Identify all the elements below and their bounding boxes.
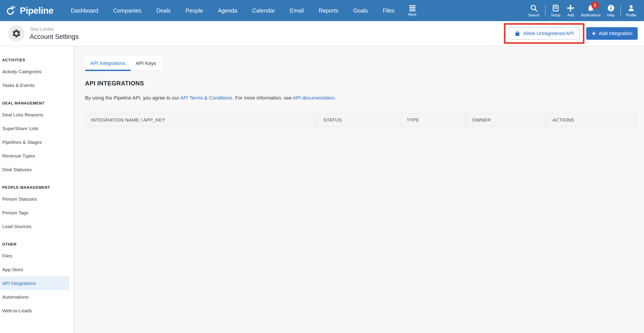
table-header-cell-integration-name-app-key: INTEGRATION NAME / APP_KEY (85, 113, 316, 127)
sidebar-item-pipelines-stages[interactable]: Pipelines & Stages (0, 135, 69, 149)
intro-text-3: . (334, 95, 336, 101)
nav-item-email[interactable]: Email (282, 0, 312, 21)
sidebar-item-activity-categories[interactable]: Activity Categories (0, 65, 69, 78)
sidebar: ACTIVITIESActivity CategoriesTasks & Eve… (0, 46, 74, 333)
pipeline-app: Pipeline DashboardCompaniesDealsPeopleAg… (0, 0, 644, 333)
account-context: Test Lenka (30, 26, 79, 32)
brand-logo[interactable]: Pipeline (0, 5, 53, 16)
sidebar-item-supershare-lists[interactable]: SuperShare Lists (0, 122, 69, 135)
api-documentation-link[interactable]: API documentation (293, 95, 334, 101)
allow-unregistered-api-button[interactable]: Allow Unregistered API (509, 27, 580, 40)
header-titles: Test Lenka Account Settings (30, 26, 79, 40)
table-header-cell-actions: ACTIONS (547, 113, 637, 127)
nav-item-companies[interactable]: Companies (106, 0, 149, 21)
nav-item-more[interactable]: More (402, 5, 423, 16)
allow-button-label: Allow Unregistered API (523, 30, 574, 36)
page-title: Account Settings (30, 33, 79, 40)
table-header-cell-status: STATUS (318, 113, 400, 127)
add-label: Add (567, 13, 574, 17)
header-actions: Allow Unregistered API + Add Integration (504, 23, 638, 44)
sidebar-section-title: OTHER (2, 242, 74, 247)
sidebar-item-revenue-types[interactable]: Revenue Types (0, 149, 69, 163)
sidebar-item-app-store[interactable]: App Store (0, 263, 69, 276)
tab-api-keys[interactable]: API Keys (131, 56, 161, 70)
nav-divider (545, 5, 546, 16)
search-button[interactable]: Search (525, 4, 543, 17)
more-menu-icon (409, 5, 416, 12)
notifications-button[interactable]: 1 Notifications (578, 4, 604, 17)
setup-book-icon (552, 4, 560, 12)
notifications-label: Notifications (581, 13, 600, 17)
sidebar-item-deal-statuses[interactable]: Deal Statuses (0, 163, 69, 176)
intro-text-1: By using the Pipeline API, you agree to … (85, 95, 180, 101)
nav-item-files[interactable]: Files (375, 0, 402, 21)
profile-button[interactable]: Profile (623, 4, 640, 17)
sidebar-item-web-to-leads[interactable]: Web-to-Leads (0, 304, 69, 318)
sidebar-item-lead-sources[interactable]: Lead Sources (0, 220, 69, 233)
add-integration-button[interactable]: + Add Integration (586, 27, 638, 40)
intro-text-2: . For more information, see (232, 95, 293, 101)
setup-button[interactable]: Setup (548, 4, 564, 17)
sidebar-section-title: ACTIVITIES (2, 58, 74, 62)
nav-item-people[interactable]: People (178, 0, 210, 21)
page-section-heading: API INTEGRATIONS (85, 80, 638, 87)
nav-item-deals[interactable]: Deals (149, 0, 178, 21)
sidebar-section-title: DEAL MANAGEMENT (2, 101, 74, 106)
help-button[interactable]: Help (604, 4, 618, 17)
brand-name: Pipeline (20, 5, 53, 16)
profile-label: Profile (626, 13, 636, 17)
lock-icon (514, 30, 520, 36)
gear-icon (12, 28, 21, 38)
sidebar-item-api-integrations[interactable]: API Integrations (0, 276, 69, 290)
sidebar-item-deal-loss-reasons[interactable]: Deal Loss Reasons (0, 108, 69, 122)
api-terms-link[interactable]: API Terms & Conditions (180, 95, 232, 101)
search-icon (530, 4, 538, 12)
sidebar-item-files[interactable]: Files (0, 249, 69, 263)
add-button[interactable]: Add (563, 4, 578, 17)
page-header: Test Lenka Account Settings Allow Unregi… (0, 21, 644, 46)
table-header-cell-owner: OWNER (466, 113, 546, 127)
notification-badge: 1 (591, 1, 599, 9)
more-label: More (408, 13, 416, 16)
sidebar-section-other: OTHERFilesApp StoreAPI IntegrationsAutom… (0, 242, 74, 318)
api-terms-text: By using the Pipeline API, you agree to … (85, 95, 638, 101)
plus-icon: + (592, 30, 596, 37)
nav-item-reports[interactable]: Reports (311, 0, 346, 21)
profile-icon (627, 4, 635, 12)
nav-divider (620, 5, 621, 16)
plus-icon (566, 4, 574, 12)
add-integration-label: Add Integration (599, 30, 632, 36)
tabs: API IntegrationsAPI Keys (85, 56, 161, 71)
content-area: ACTIVITIESActivity CategoriesTasks & Eve… (0, 46, 644, 333)
setup-label: Setup (551, 13, 560, 17)
nav-item-calendar[interactable]: Calendar (245, 0, 282, 21)
avatar (8, 25, 25, 42)
table-header-cell-type: TYPE (401, 113, 466, 127)
help-icon (607, 4, 615, 12)
top-nav: Pipeline DashboardCompaniesDealsPeopleAg… (0, 0, 644, 21)
table-header-row: INTEGRATION NAME / APP_KEYSTATUSTYPEOWNE… (85, 113, 637, 127)
bell-icon: 1 (587, 4, 595, 12)
search-label: Search (528, 13, 540, 17)
help-label: Help (607, 13, 614, 17)
pipeline-swirl-icon (6, 5, 16, 16)
main-panel: API IntegrationsAPI Keys API INTEGRATION… (74, 46, 644, 333)
sidebar-section-activities: ACTIVITIESActivity CategoriesTasks & Eve… (0, 58, 74, 92)
sidebar-item-automations[interactable]: Automations (0, 290, 69, 304)
sidebar-section-deal-management: DEAL MANAGEMENTDeal Loss ReasonsSuperSha… (0, 101, 74, 176)
sidebar-section-title: PEOPLE MANAGEMENT (2, 185, 74, 190)
main-nav-list: DashboardCompaniesDealsPeopleAgendaCalen… (63, 0, 402, 21)
tab-api-integrations[interactable]: API Integrations (85, 56, 131, 70)
red-annotation-highlight: Allow Unregistered API (504, 23, 584, 44)
nav-item-dashboard[interactable]: Dashboard (63, 0, 106, 21)
nav-item-goals[interactable]: Goals (346, 0, 375, 21)
sidebar-section-people-management: PEOPLE MANAGEMENTPerson StatusesPerson T… (0, 185, 74, 233)
sidebar-item-tasks-events[interactable]: Tasks & Events (0, 78, 69, 92)
sidebar-item-person-tags[interactable]: Person Tags (0, 206, 69, 220)
nav-item-agenda[interactable]: Agenda (210, 0, 245, 21)
sidebar-item-person-statuses[interactable]: Person Statuses (0, 192, 69, 206)
nav-tools: Search Setup A (525, 4, 644, 17)
